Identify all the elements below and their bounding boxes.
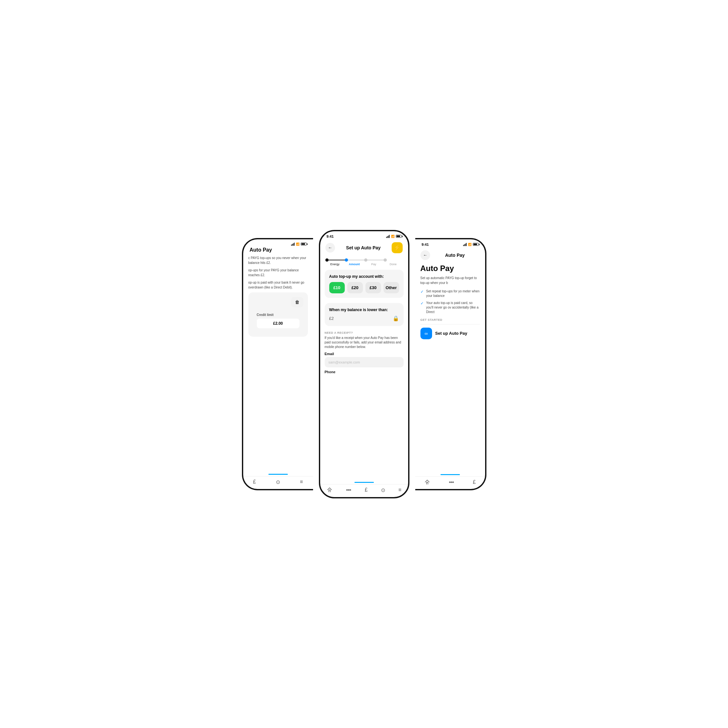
divider xyxy=(421,324,480,324)
step-dot-amount xyxy=(345,258,348,262)
bottom-nav-right: £ xyxy=(415,476,485,489)
back-button-center[interactable]: ← xyxy=(325,243,335,252)
receipt-section: NEED A RECEIPT? If you'd like a receipt … xyxy=(320,329,408,376)
nav-bar-center: ← Set up Auto Pay ⚡ xyxy=(320,240,408,256)
signal-icon xyxy=(291,243,295,246)
wifi-icon-right: 📶 xyxy=(468,243,471,246)
home-icon xyxy=(327,487,332,493)
amount-10[interactable]: £10 xyxy=(329,282,345,293)
amount-other[interactable]: Other xyxy=(384,282,399,293)
phone-label: Phone xyxy=(325,370,404,374)
step-label-energy: Energy xyxy=(330,263,340,266)
receipt-description: If you'd like a receipt when your Auto P… xyxy=(325,336,404,349)
svg-point-5 xyxy=(453,482,454,483)
bottom-blue-bar-center xyxy=(355,482,374,483)
delete-btn-wrap: 🗑 xyxy=(253,297,303,307)
left-phone: 📶 Auto Pay c PAYG top-ups so you never w… xyxy=(242,238,313,490)
step-amount: Amount xyxy=(345,258,364,266)
step-line-pay xyxy=(367,260,384,260)
step-label-amount: Amount xyxy=(349,263,360,266)
bottom-nav-help[interactable]: ⊙ xyxy=(276,479,280,485)
svg-point-2 xyxy=(350,489,351,491)
delete-button[interactable]: 🗑 xyxy=(291,297,303,307)
svg-point-3 xyxy=(449,482,450,483)
check-icon-2: ✓ xyxy=(421,301,424,306)
bottom-blue-bar-left xyxy=(268,474,288,475)
bottom-nav-billing-right[interactable]: £ xyxy=(473,479,476,485)
battery-icon-center xyxy=(396,235,402,238)
amount-30[interactable]: £30 xyxy=(366,282,381,293)
bottom-nav-menu[interactable]: ≡ xyxy=(300,479,303,485)
battery-icon xyxy=(301,243,307,245)
left-credit-section: 🗑 Credit limit £2.00 xyxy=(248,292,308,336)
balance-card-title: When my balance is lower than: xyxy=(329,307,399,312)
amount-buttons: £10 £20 £30 Other xyxy=(329,282,399,293)
get-started-label: GET STARTED xyxy=(421,318,480,321)
status-time-right: 9:41 xyxy=(422,243,429,246)
step-pay: Pay xyxy=(364,258,384,266)
credit-card: Credit limit £2.00 xyxy=(253,309,303,332)
bottom-nav-left: £ ⊙ ≡ xyxy=(243,476,313,489)
svg-point-0 xyxy=(346,489,347,491)
status-bar-left: 📶 xyxy=(243,239,313,247)
credit-limit-value: £2.00 xyxy=(257,318,300,328)
signal-icon-center xyxy=(386,235,390,238)
status-icons-center: 📶 xyxy=(386,235,402,238)
topup-card-title: Auto top-up my account with: xyxy=(329,274,399,279)
left-content: Auto Pay c PAYG top-ups so you never whe… xyxy=(243,247,313,336)
status-icons-right: 📶 xyxy=(463,243,479,246)
bottom-blue-bar-right xyxy=(440,474,460,475)
infinity-icon: ∞ xyxy=(421,327,432,339)
balance-card: When my balance is lower than: £2 🔒 xyxy=(325,303,404,326)
nav-title-center: Set up Auto Pay xyxy=(346,245,381,250)
bottom-nav-menu[interactable]: ≡ xyxy=(398,487,401,493)
scene: 📶 Auto Pay c PAYG top-ups so you never w… xyxy=(219,219,510,510)
bottom-nav-activity-right[interactable] xyxy=(448,479,454,485)
credit-limit-label: Credit limit xyxy=(257,313,300,317)
step-indicator: Energy Amount Pay xyxy=(320,256,408,267)
left-page-title: Auto Pay xyxy=(248,247,308,253)
step-line-energy xyxy=(329,260,345,260)
right-phone: 9:41 📶 ← Auto Pay Auto Pay S xyxy=(415,238,486,490)
left-screen-content: Auto Pay c PAYG top-ups so you never whe… xyxy=(243,247,313,489)
wifi-icon-center: 📶 xyxy=(391,235,395,238)
center-phone: 9:41 📶 ← Set up Auto Pay ⚡ xyxy=(319,230,410,499)
signal-icon-right xyxy=(463,243,467,246)
setup-autopay-button[interactable]: ∞ Set up Auto Pay xyxy=(421,327,480,339)
left-desc1: c PAYG top-ups so you never when your ba… xyxy=(248,255,308,265)
bottom-nav-home-right[interactable] xyxy=(424,479,430,485)
bottom-nav-activity[interactable] xyxy=(346,487,352,493)
svg-point-4 xyxy=(451,482,452,483)
email-placeholder: sam@example.com xyxy=(329,360,360,364)
bottom-nav-billing[interactable]: £ xyxy=(253,479,256,485)
left-desc2: op-ups for your PAYG your balance reache… xyxy=(248,268,308,277)
status-icons-left: 📶 xyxy=(291,243,307,246)
email-label: Email xyxy=(325,352,404,356)
setup-autopay-label: Set up Auto Pay xyxy=(435,331,467,336)
home-icon-right xyxy=(424,479,430,485)
bottom-nav-center: £ ⊙ ≡ xyxy=(320,484,408,497)
step-energy: Energy xyxy=(325,258,345,266)
back-button-right[interactable]: ← xyxy=(421,250,430,260)
left-desc3: op-up is paid with your bank ll never go… xyxy=(248,280,308,290)
nav-bar-right: ← Auto Pay xyxy=(415,248,485,263)
topup-card: Auto top-up my account with: £10 £20 £30… xyxy=(325,270,404,298)
status-bar-right: 9:41 📶 xyxy=(415,239,485,248)
battery-icon-right xyxy=(473,243,479,246)
bottom-nav-home[interactable] xyxy=(327,487,332,493)
right-content: Auto Pay Set up automatic PAYG top-up fo… xyxy=(415,263,485,339)
nav-title-right: Auto Pay xyxy=(445,252,465,258)
step-label-pay: Pay xyxy=(371,263,376,266)
balance-value: £2 xyxy=(329,316,334,321)
step-dot-energy xyxy=(325,258,329,262)
lock-icon: 🔒 xyxy=(393,315,399,321)
check-text-2: Your auto top-up is paid card, so you'll… xyxy=(426,301,480,314)
right-page-title: Auto Pay xyxy=(421,264,480,273)
bottom-nav-pay[interactable]: £ xyxy=(365,487,368,493)
check-item-2: ✓ Your auto top-up is paid card, so you'… xyxy=(421,301,480,314)
svg-point-1 xyxy=(348,489,349,491)
email-input[interactable]: sam@example.com xyxy=(325,357,404,367)
lightning-button[interactable]: ⚡ xyxy=(392,242,403,253)
amount-20[interactable]: £20 xyxy=(347,282,363,293)
bottom-nav-help[interactable]: ⊙ xyxy=(381,487,385,493)
